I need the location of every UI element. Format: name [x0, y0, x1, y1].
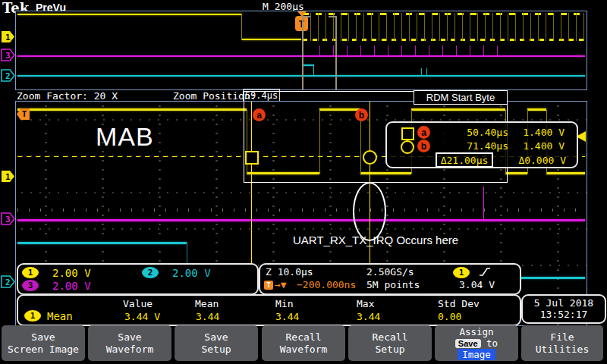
file-utilities-button[interactable]: File Utilities [521, 325, 603, 361]
svg-text:2: 2 [5, 71, 11, 81]
button-label: Save [204, 331, 228, 344]
button-label: Waveform [280, 344, 328, 356]
sample-rate: 2.50GS/s [366, 266, 414, 278]
button-label: Recall [286, 331, 322, 344]
cursor-a-voltage: 1.400 V [516, 127, 565, 138]
meas-col-mean: Mean [195, 298, 219, 309]
meas-max: 3.44 [357, 311, 380, 322]
recall-setup-button[interactable]: Recall Setup [348, 325, 432, 361]
save-key-icon: Save [455, 339, 481, 348]
trigger-slope-icon [479, 266, 491, 278]
ch3-overview-marker[interactable]: 3 [1, 49, 15, 61]
svg-text:2: 2 [5, 278, 11, 287]
ch2-overview-ticks [421, 68, 430, 75]
svg-text:1: 1 [5, 33, 11, 42]
measurement-box: Value Mean Min Max Std Dev 1 Mean 3.44 V… [17, 294, 521, 326]
ch2-trace-high [17, 242, 187, 244]
ch1-scale: 2.00 V [52, 267, 91, 279]
assign-save-button[interactable]: Assign Save to Image [435, 325, 518, 361]
cursor-b-readout-badge: b [417, 140, 430, 152]
ch1-badge[interactable]: 1 [22, 267, 39, 278]
ch3-trace [17, 219, 585, 221]
button-label: Assign [459, 326, 493, 337]
button-label: Setup [201, 344, 231, 356]
button-label: Utilities [536, 344, 589, 356]
zoom-bracket-right[interactable] [329, 16, 337, 90]
cursor-readout-box: a 50.40µs 1.400 V b 71.40µs 1.400 V Δ21.… [385, 121, 578, 168]
cursor-a-square-icon [401, 127, 414, 140]
ch3-main-marker[interactable]: 3 [1, 212, 15, 225]
button-label: Save [31, 331, 55, 344]
ch1-trace-low [505, 172, 527, 174]
meas-name: Mean [47, 310, 73, 322]
ch1-main-marker[interactable]: 1 [1, 170, 15, 183]
button-label: to [486, 337, 498, 349]
ch3-scale: 2.00 V [52, 280, 91, 292]
ch1-trace-low [546, 172, 585, 174]
button-label: Screen Image [8, 344, 79, 356]
button-label-row: Save to [455, 337, 498, 349]
graticule-center-axis [17, 209, 585, 212]
button-label: Waveform [106, 344, 154, 356]
ch3-overview-pulses [319, 46, 502, 55]
meas-min: 3.44 [275, 311, 299, 322]
datetime-box: 5 Jul 2018 13:52:17 [521, 294, 606, 324]
meas-col-max: Max [357, 298, 374, 309]
ch1-overview-marker[interactable]: 1 [1, 30, 15, 43]
irq-ellipse-annotation [353, 182, 386, 241]
meas-col-stddev: Std Dev [438, 298, 480, 309]
meas-col-value: Value [123, 298, 153, 309]
ch2-overview-trace [17, 75, 585, 77]
channel-settings-box: 1 2.00 V 2 2.00 V 3 2.00 V [17, 263, 259, 295]
record-length: 5M points [366, 279, 420, 290]
button-label: Setup [375, 344, 404, 356]
trigger-level: 3.04 V [459, 279, 495, 290]
zoom-bracket-left[interactable] [302, 16, 310, 90]
ch2-scale: 2.00 V [172, 267, 211, 279]
save-setup-button[interactable]: Save Setup [175, 325, 258, 361]
meas-mean: 3.44 [196, 311, 219, 322]
ch3-overview-trace [17, 55, 585, 57]
save-waveform-button[interactable]: Save Waveform [88, 325, 171, 361]
ch2-overview-pulse-edge [313, 64, 314, 77]
meas-stddev: 0.00 [438, 311, 461, 322]
oscilloscope-screen: Tek PreVu M 200µs T 1 3 2 Zoom Factor: 2… [0, 0, 607, 364]
overview-waveform-window: T [15, 11, 587, 90]
ch3-spike [483, 187, 484, 219]
ch2-main-marker[interactable]: 2 [1, 275, 15, 288]
button-label: Save [118, 331, 141, 344]
save-screen-image-button[interactable]: Save Screen Image [2, 325, 85, 361]
horizontal-trigger-box: Z 10.0µs 2.50GS/s 1 T →▼ −200.000ns 5M p… [259, 263, 521, 295]
ch1-overview-low [242, 39, 301, 40]
zoom-factor-label: Zoom Factor: 20 X [17, 90, 118, 102]
meas-value: 3.44 V [124, 311, 160, 322]
ch1-trace-high [17, 108, 247, 111]
cursor-delta-voltage: Δ0.000 V [516, 155, 566, 166]
meas-col-min: Min [275, 298, 293, 309]
time-text: 13:52:17 [523, 309, 605, 320]
date-text: 5 Jul 2018 [523, 297, 605, 309]
ch2-overview-marker[interactable]: 2 [1, 69, 15, 82]
mab-annotation: MAB [96, 122, 154, 152]
ch2-badge[interactable]: 2 [142, 267, 159, 278]
uart-irq-annotation: UART_RX_TX_IRQ Occurs here [293, 234, 458, 246]
trigger-source-badge: 1 [453, 267, 470, 278]
zoom-timebase: Z 10.0µs [266, 266, 313, 278]
ch1-overview-burst [303, 13, 585, 41]
trigger-delay-arrows-icon: →▼ [275, 279, 287, 290]
assign-target: Image [458, 349, 495, 360]
svg-text:3: 3 [5, 51, 11, 61]
cursor-b-time: 71.40µs [443, 140, 508, 152]
ch3-badge[interactable]: 3 [22, 280, 39, 291]
cursor-b-circle-icon [401, 140, 414, 154]
cursor-b-voltage: 1.400 V [516, 140, 565, 152]
meas-source-badge: 1 [24, 310, 41, 322]
recall-waveform-button[interactable]: Recall Waveform [262, 325, 345, 361]
ch1-overview-high [17, 14, 242, 15]
button-label: File [550, 331, 574, 344]
ch1-trace-high [527, 108, 546, 111]
trigger-delay-t-icon: T [264, 281, 273, 290]
cursor-delta-time: Δ21.00µs [436, 152, 493, 168]
ch1-overview-edge [241, 14, 242, 40]
svg-text:3: 3 [5, 215, 11, 224]
